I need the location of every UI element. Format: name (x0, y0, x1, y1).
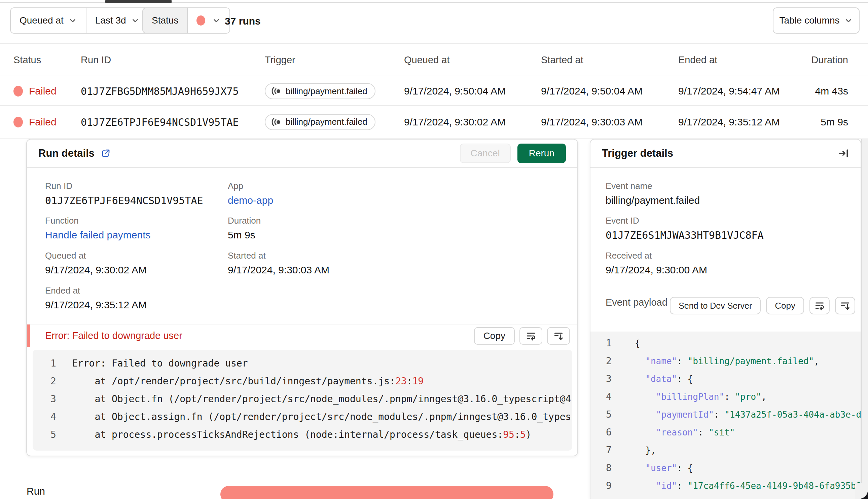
code-line: 5 at process.processTicksAndRejections (… (33, 426, 572, 443)
column-header-queued-at[interactable]: Queued at (404, 54, 449, 65)
event-name-field: Event name billing/payment.failed (606, 181, 700, 206)
column-header-run-id[interactable]: Run ID (81, 54, 111, 65)
started-at-value: 9/17/2024, 9:30:03 AM (228, 264, 329, 276)
queued-at-cell: 9/17/2024, 9:50:04 AM (404, 85, 506, 97)
duration-cell: 5m 9s (821, 116, 848, 128)
trigger-event-name: billing/payment.failed (286, 86, 367, 97)
table-columns-button[interactable]: Table columns (773, 8, 859, 34)
trigger-details-header: Trigger details (590, 139, 860, 168)
column-header-trigger[interactable]: Trigger (265, 54, 296, 65)
code-line: 9 "id": "17ca4ff6-45ea-4149-9b48-6fa935b… (590, 477, 860, 495)
wrap-text-button[interactable] (519, 327, 542, 345)
code-line: 2 at /opt/render/project/src/build/innge… (33, 372, 572, 390)
external-link-icon[interactable] (100, 148, 111, 158)
wrap-text-icon (814, 300, 825, 311)
started-at-label: Started at (228, 251, 329, 261)
send-to-dev-server-button[interactable]: Send to Dev Server (670, 297, 761, 314)
column-header-ended-at[interactable]: Ended at (678, 54, 717, 65)
column-header-status[interactable]: Status (13, 54, 41, 65)
code-line: 1{ (590, 334, 860, 352)
trigger-cell: billing/payment.failed (265, 83, 375, 99)
code-line: 6 "reason": "sit" (590, 423, 860, 441)
scroll-down-icon (840, 300, 851, 311)
cancel-button[interactable]: Cancel (460, 144, 511, 163)
wrap-text-icon (526, 330, 536, 341)
failed-status-dot-icon (13, 117, 23, 127)
column-header-started-at[interactable]: Started at (541, 54, 583, 65)
code-line: 8 "user": { (590, 459, 860, 477)
trigger-details-title: Trigger details (602, 147, 673, 159)
queued-at-field: Queued at 9/17/2024, 9:30:02 AM (45, 251, 147, 276)
error-accent-stripe (27, 325, 30, 347)
sort-field-dropdown[interactable]: Queued at (11, 8, 86, 33)
run-details-title: Run details (38, 147, 95, 159)
function-link[interactable]: Handle failed payments (45, 229, 151, 241)
code-line: 4 "billingPlan": "pro", (590, 388, 860, 405)
event-payload-actions: Send to Dev Server Copy (670, 297, 855, 314)
time-range-dropdown[interactable]: Last 3d (86, 8, 148, 33)
event-id-label: Event ID (606, 216, 764, 226)
queued-at-value: 9/17/2024, 9:30:02 AM (45, 264, 147, 276)
collapse-panel-icon[interactable] (838, 148, 849, 159)
event-id-field: Event ID 01J7ZE6S1MJWA33HT9B1VJC8FA (606, 216, 764, 241)
table-row[interactable]: Failed 01J7ZFBG5DMM85MJA9H659JX75 billin… (0, 77, 868, 106)
trigger-event-name: billing/payment.failed (286, 117, 367, 127)
status-filter-label: Status (152, 15, 178, 26)
queued-at-label: Queued at (45, 251, 147, 261)
event-id-value: 01J7ZE6S1MJWA33HT9B1VJC8FA (606, 229, 764, 241)
ended-at-label: Ended at (45, 285, 147, 296)
app-link[interactable]: demo-app (228, 195, 273, 206)
status-cell: Failed (13, 85, 57, 97)
code-line: 2 "name": "billing/payment.failed", (590, 352, 860, 370)
received-at-field: Received at 9/17/2024, 9:30:00 AM (606, 251, 707, 276)
started-at-field: Started at 9/17/2024, 9:30:03 AM (228, 251, 329, 276)
timeline-run-bar[interactable] (220, 486, 553, 499)
duration-cell: 4m 43s (815, 85, 848, 97)
run-details-panel: Run details Cancel Rerun Run ID 01J7ZE6T… (26, 139, 578, 456)
started-at-cell: 9/17/2024, 9:50:04 AM (541, 85, 642, 97)
scrollbar-track[interactable] (861, 139, 868, 499)
code-line: 3 at Object.fn (/opt/render/project/src/… (33, 390, 572, 408)
chevron-down-icon (212, 16, 221, 25)
code-line: 10 } (590, 495, 860, 499)
event-name-value: billing/payment.failed (606, 195, 700, 206)
chevron-down-icon (844, 16, 853, 25)
code-line: 5 "paymentId": "1437a25f-05a3-404a-ab3e-… (590, 405, 860, 423)
stack-trace-code-block[interactable]: 1Error: Failed to downgrade user2 at /op… (33, 350, 572, 451)
duration-label: Duration (228, 216, 261, 226)
run-id-label: Run ID (45, 181, 203, 191)
status-filter-label-cell[interactable]: Status (143, 8, 187, 33)
error-banner: Error: Failed to downgrade user Copy (27, 324, 577, 347)
timeline-run-label: Run (27, 486, 45, 497)
chevron-down-icon (131, 16, 140, 25)
table-row[interactable]: Failed 01J7ZE6TPJF6E94NCSD1V95TAE billin… (0, 106, 868, 138)
app-field: App demo-app (228, 181, 273, 206)
copy-payload-button[interactable]: Copy (766, 297, 804, 314)
chevron-down-icon (68, 16, 77, 25)
runs-dashboard: Queued at Last 3d Status 37 runs Table c… (0, 0, 868, 499)
trigger-event-badge[interactable]: billing/payment.failed (265, 83, 375, 99)
wrap-text-button[interactable] (809, 297, 830, 314)
rerun-button[interactable]: Rerun (517, 144, 566, 163)
scroll-down-icon (553, 330, 564, 341)
column-header-duration[interactable]: Duration (811, 54, 848, 65)
copy-error-button[interactable]: Copy (474, 327, 515, 345)
event-name-label: Event name (606, 181, 700, 191)
error-title: Error: Failed to downgrade user (45, 330, 182, 341)
run-id-value: 01J7ZE6TPJF6E94NCSD1V95TAE (45, 195, 203, 206)
code-line: 1Error: Failed to downgrade user (33, 354, 572, 372)
ended-at-value: 9/17/2024, 9:35:12 AM (45, 299, 147, 311)
received-at-value: 9/17/2024, 9:30:00 AM (606, 264, 707, 276)
failed-status-dot-icon (196, 15, 205, 26)
status-filter-value-dropdown[interactable] (187, 8, 229, 33)
code-line: 3 "data": { (590, 370, 860, 388)
queued-at-cell: 9/17/2024, 9:30:02 AM (404, 116, 506, 128)
table-header: Status Run ID Trigger Queued at Started … (0, 43, 868, 76)
scroll-to-bottom-button[interactable] (547, 327, 570, 345)
event-payload-code-block[interactable]: 1{2 "name": "billing/payment.failed",3 "… (590, 331, 860, 499)
trigger-event-badge[interactable]: billing/payment.failed (265, 114, 375, 130)
scroll-to-bottom-button[interactable] (835, 297, 855, 314)
run-id-cell: 01J7ZFBG5DMM85MJA9H659JX75 (81, 85, 239, 97)
ended-at-field: Ended at 9/17/2024, 9:35:12 AM (45, 285, 147, 311)
app-label: App (228, 181, 273, 191)
